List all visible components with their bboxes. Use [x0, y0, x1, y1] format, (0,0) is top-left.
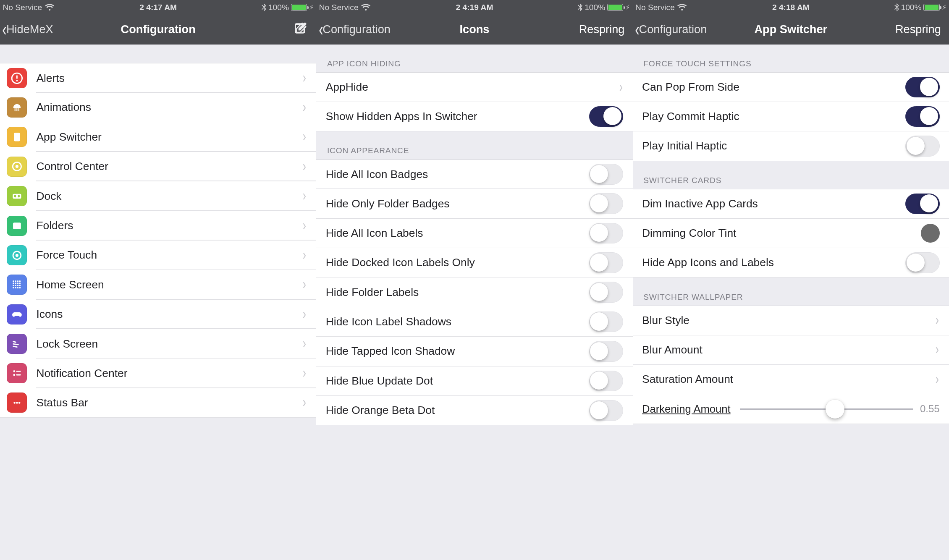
nav-bar: ‹ HideMeX Configuration: [0, 15, 316, 44]
grid-icon: [7, 275, 27, 295]
config-row-lock-screen[interactable]: Lock Screen›: [0, 329, 316, 359]
back-label: Configuration: [322, 23, 391, 36]
slider[interactable]: [740, 408, 913, 410]
slider-thumb[interactable]: [826, 400, 844, 419]
row-label: Hide All Icon Labels: [326, 227, 589, 240]
dots-icon: [7, 393, 27, 413]
screen-app-switcher-settings: No Service 2 4:18 AM 100% ⚡︎ ‹ Configura…: [633, 0, 949, 560]
row-label: Hide Blue Update Dot: [326, 374, 589, 387]
row-label: Play Commit Haptic: [642, 110, 905, 123]
config-row-dock[interactable]: Dock›: [0, 181, 316, 211]
config-row-app-switcher[interactable]: App Switcher›: [0, 122, 316, 152]
status-bar: No Service 2 4:18 AM 100% ⚡︎: [633, 0, 949, 15]
row-blur-amount[interactable]: Blur Amount›: [633, 335, 949, 365]
row-label: Hide Orange Beta Dot: [326, 404, 589, 417]
slider-value: 0.55: [917, 403, 939, 415]
config-row-folders[interactable]: Folders›: [0, 211, 316, 240]
chevron-right-icon: ›: [303, 128, 306, 145]
respring-button[interactable]: Respring: [579, 23, 625, 36]
toggle-hide-tapped-icon-shadow[interactable]: [589, 341, 624, 362]
row-saturation-amount[interactable]: Saturation Amount›: [633, 365, 949, 394]
row-play-commit-haptic: Play Commit Haptic: [633, 102, 949, 131]
nav-bar: ‹ Configuration Icons Respring: [316, 15, 632, 44]
toggle-dim-inactive-app-cards[interactable]: [905, 194, 940, 215]
config-row-force-touch[interactable]: Force Touch›: [0, 241, 316, 270]
svg-rect-12: [14, 195, 16, 197]
chevron-right-icon: ›: [303, 335, 306, 351]
toggle-hide-docked-icon-labels-only[interactable]: [589, 252, 624, 273]
chevron-right-icon: ›: [303, 305, 306, 322]
svg-rect-7: [18, 108, 19, 111]
toggle-hide-all-icon-badges[interactable]: [589, 164, 624, 185]
row-blur-style[interactable]: Blur Style›: [633, 306, 949, 335]
toggle-play-commit-haptic[interactable]: [905, 106, 940, 127]
config-row-control-center[interactable]: Control Center›: [0, 152, 316, 181]
chevron-left-icon: ‹: [319, 20, 323, 39]
row-label: Play Initial Haptic: [642, 139, 905, 152]
toggle-play-initial-haptic[interactable]: [905, 136, 940, 157]
content-scroll[interactable]: FORCE TOUCH SETTINGSCan Pop From SidePla…: [633, 44, 949, 560]
config-row-notification-center[interactable]: Notification Center›: [0, 359, 316, 388]
list-icon: [7, 363, 27, 383]
toggle-can-pop-from-side[interactable]: [905, 77, 940, 98]
content-scroll[interactable]: Alerts›Animations›App Switcher›Control C…: [0, 44, 316, 560]
svg-rect-22: [15, 283, 16, 284]
svg-point-38: [16, 402, 18, 404]
row-hide-icon-label-shadows: Hide Icon Label Shadows: [316, 307, 632, 337]
svg-rect-23: [17, 283, 18, 284]
toggle-hide-folder-labels[interactable]: [589, 282, 624, 303]
back-label: HideMeX: [6, 23, 53, 36]
game-icon: [7, 304, 27, 324]
svg-point-16: [15, 254, 18, 256]
row-hide-app-icons-and-labels: Hide App Icons and Labels: [633, 248, 949, 277]
row-label: Animations: [36, 101, 302, 114]
svg-rect-19: [17, 280, 18, 282]
respring-button[interactable]: Respring: [895, 23, 941, 36]
section-header-icon-appearance: ICON APPEARANCE: [316, 131, 632, 160]
row-label: Dock: [36, 190, 302, 203]
content-scroll[interactable]: APP ICON HIDINGAppHide›Show Hidden Apps …: [316, 44, 632, 560]
row-label: Saturation Amount: [642, 373, 935, 386]
svg-rect-24: [19, 283, 21, 284]
row-label: Hide Icon Label Shadows: [326, 315, 589, 328]
compose-button[interactable]: [294, 21, 308, 38]
toggle-hide-only-folder-badges[interactable]: [589, 193, 624, 214]
jelly-icon: [7, 97, 27, 118]
config-row-animations[interactable]: Animations›: [0, 93, 316, 122]
chevron-right-icon: ›: [303, 246, 306, 263]
back-button[interactable]: ‹ HideMeX: [0, 15, 57, 44]
svg-rect-32: [19, 287, 21, 288]
config-row-status-bar[interactable]: Status Bar›: [0, 388, 316, 418]
row-label: Blur Style: [642, 314, 935, 327]
chevron-right-icon: ›: [303, 217, 306, 233]
row-apphide[interactable]: AppHide›: [316, 72, 632, 102]
config-row-home-screen[interactable]: Home Screen›: [0, 270, 316, 299]
svg-point-4: [16, 80, 18, 81]
row-label: Force Touch: [36, 249, 302, 262]
toggle-hide-app-icons-and-labels[interactable]: [905, 252, 940, 273]
exclaim-icon: [7, 68, 27, 88]
toggle-hide-orange-beta-dot[interactable]: [589, 400, 624, 421]
toggle-hide-icon-label-shadows[interactable]: [589, 311, 624, 332]
color-swatch[interactable]: [921, 224, 940, 243]
row-label: Can Pop From Side: [642, 81, 905, 94]
svg-rect-3: [16, 75, 18, 79]
row-label: Alerts: [36, 72, 302, 85]
battery-icon: [291, 4, 307, 11]
row-label: Control Center: [36, 160, 302, 173]
config-row-icons[interactable]: Icons›: [0, 300, 316, 329]
row-can-pop-from-side: Can Pop From Side: [633, 72, 949, 102]
toggle-hide-blue-update-dot[interactable]: [589, 371, 624, 392]
back-button[interactable]: ‹ Configuration: [316, 15, 394, 44]
config-row-alerts[interactable]: Alerts›: [0, 63, 316, 92]
row-label: Hide Only Folder Badges: [326, 197, 589, 210]
toggle-hide-all-icon-labels[interactable]: [589, 223, 624, 244]
svg-rect-21: [13, 283, 14, 284]
back-button[interactable]: ‹ Configuration: [633, 15, 711, 44]
row-label: Hide Tapped Icon Shadow: [326, 345, 589, 358]
section-header-force-touch-settings: FORCE TOUCH SETTINGS: [633, 44, 949, 73]
row-label: Notification Center: [36, 367, 302, 380]
row-label: Status Bar: [36, 396, 302, 409]
screen-icons-settings: No Service 2 4:19 AM 100% ⚡︎ ‹ Configura…: [316, 0, 632, 560]
toggle-show-hidden-apps-in-switcher[interactable]: [589, 106, 624, 127]
